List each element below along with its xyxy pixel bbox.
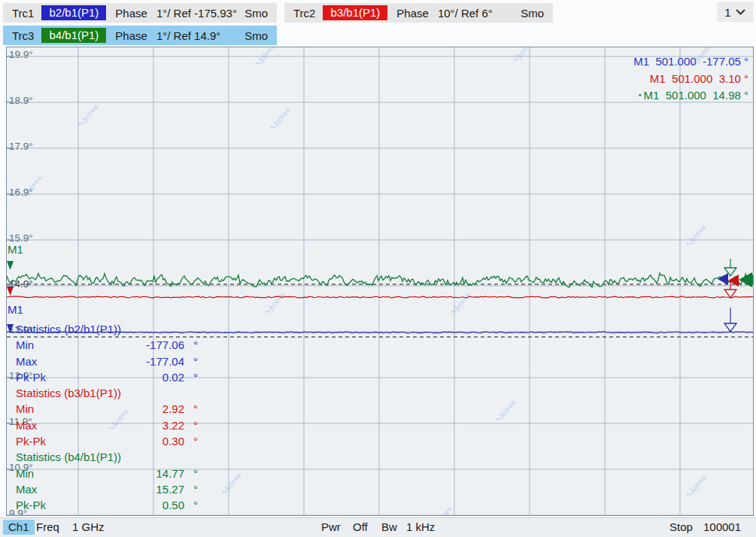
statistics-row: Max3.22° [10, 417, 198, 433]
marker-unit: ° [744, 72, 748, 85]
freq-value[interactable]: 1 GHz [72, 520, 105, 533]
trace-measurement-badge[interactable]: b4/b1(P1) [41, 28, 106, 43]
freq-label[interactable]: Freq [36, 520, 59, 533]
window-number: 1 [724, 6, 730, 19]
marker-name: M1 [650, 72, 666, 85]
statistics-header: Statistics (b4/b1(P1)) [10, 449, 198, 465]
marker-readout-trc3: •M1 501.000 14.98 ° [633, 87, 748, 105]
trace-smoothing-flag: Smo [241, 7, 271, 20]
stop-value[interactable]: 100001 [703, 520, 741, 533]
bw-label[interactable]: Bw [381, 520, 397, 533]
trace-smoothing-flag: Smo [518, 7, 547, 20]
statistics-header: Statistics (b2/b1(P1)) [10, 321, 198, 337]
marker-stimulus: 501.000 [672, 72, 712, 85]
trace-measurement-badge[interactable]: b2/b1(P1) [41, 5, 106, 20]
y-tick-label: 17.9° [9, 141, 33, 152]
trace-scale-ref[interactable]: 1°/ Ref -175.93° [152, 7, 241, 20]
ref-arrow-trc1 [718, 273, 728, 285]
trace-config-trc1[interactable]: Trc1 b2/b1(P1) Phase 1°/ Ref -175.93° Sm… [3, 3, 277, 23]
statistics-row: Min-177.06° [10, 337, 198, 353]
pwr-value[interactable]: Off [353, 520, 368, 533]
ref-arrow-trc2 [728, 275, 739, 287]
marker-value: -177.05 [703, 55, 741, 68]
trace-b4b1 [7, 273, 754, 287]
marker-triangle-trc3-left[interactable] [7, 261, 14, 270]
trace-smoothing-flag: Smo [241, 29, 271, 42]
trace-b3b1 [7, 296, 754, 298]
statistics-row: Max-177.04° [10, 353, 198, 369]
statistics-header: Statistics (b3/b1(P1)) [10, 385, 198, 401]
trace-name[interactable]: Trc1 [8, 7, 38, 20]
marker-name: M1 [633, 55, 649, 68]
trace-scale-ref[interactable]: 1°/ Ref 14.9° [152, 29, 225, 42]
y-tick-label: 15.9° [9, 232, 33, 244]
trace-name[interactable]: Trc3 [8, 29, 38, 42]
statistics-panel: Statistics (b2/b1(P1)) Min-177.06° Max-1… [10, 321, 198, 514]
chevron-down-icon [736, 9, 745, 15]
marker-readout-trc1: M1 501.000 -177.05 ° [633, 53, 748, 71]
marker-readout-panel: M1 501.000 -177.05 ° M1 501.000 3.10 ° •… [633, 53, 748, 105]
y-tick-label: 14.9° [9, 278, 33, 290]
diagram-area: 19.9° 18.9° 17.9° 16.9° 15.9° 14.9° 13.9… [6, 47, 754, 516]
stop-label[interactable]: Stop [669, 520, 693, 533]
pwr-label[interactable]: Pwr [321, 520, 341, 533]
statistics-row: Max15.27° [10, 481, 198, 497]
marker-m1-trc1[interactable] [724, 323, 736, 332]
marker-unit: ° [744, 55, 748, 68]
channel-badge[interactable]: Ch1 [3, 520, 35, 535]
trace-config-trc2[interactable]: Trc2 b3/b1(P1) Phase 10°/ Ref 6° Smo [284, 3, 553, 23]
marker-stimulus: 501.000 [666, 89, 706, 102]
marker-value: 3.10 [719, 72, 741, 85]
trace-name[interactable]: Trc2 [289, 7, 320, 20]
marker-readout-trc2: M1 501.000 3.10 ° [633, 71, 748, 88]
window-number-dropdown[interactable]: 1 [717, 2, 753, 22]
marker-flag-trc3[interactable]: M1 [8, 243, 23, 256]
trace-config-trc3-active[interactable]: Trc3 b4/b1(P1) Phase 1°/ Ref 14.9° Smo [3, 26, 277, 45]
trace-format[interactable]: Phase [390, 7, 433, 20]
active-marker-bullet-icon: • [639, 91, 642, 99]
bw-value[interactable]: 1 kHz [406, 520, 435, 533]
marker-flag-trc1[interactable]: M1 [8, 303, 23, 316]
statistics-row: Pk-Pk0.50° [10, 497, 198, 513]
trace-format[interactable]: Phase [109, 7, 152, 20]
trace-scale-ref[interactable]: 10°/ Ref 6° [433, 7, 497, 20]
marker-value: 14.98 [712, 89, 741, 102]
y-tick-label: 18.9° [9, 95, 33, 106]
statistics-row: Pk-Pk0.02° [10, 369, 198, 385]
marker-stimulus: 501.000 [655, 55, 696, 68]
statistics-row: Min14.77° [10, 466, 198, 481]
y-tick-label: 19.9° [9, 49, 33, 60]
statistics-row: Min2.92° [10, 401, 198, 417]
marker-unit: ° [744, 89, 748, 102]
statistics-row: Pk-Pk0.30° [10, 433, 198, 449]
trace-measurement-badge[interactable]: b3/b1(P1) [323, 5, 387, 20]
trace-format[interactable]: Phase [109, 29, 152, 42]
y-tick-label: 16.9° [9, 187, 33, 198]
channel-status-bar: Ch1 Freq 1 GHz Pwr Off Bw 1 kHz Stop 100… [0, 517, 756, 537]
marker-name: M1 [644, 89, 660, 102]
